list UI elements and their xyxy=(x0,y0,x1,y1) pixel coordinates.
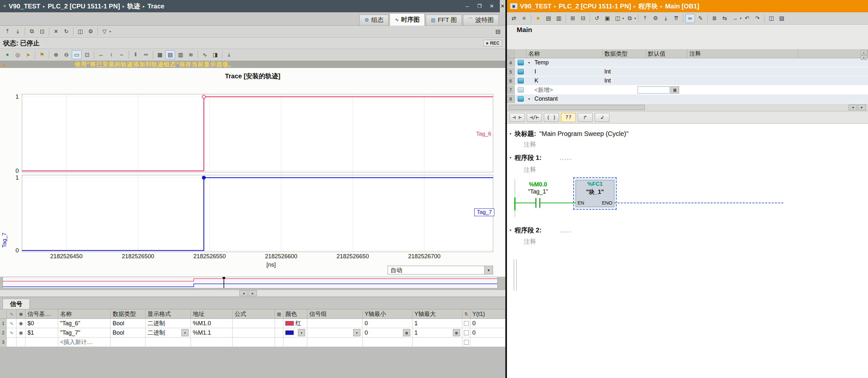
color-swatch[interactable] xyxy=(285,330,294,335)
nc-contact-icon[interactable]: ⊣/⊢ xyxy=(527,113,542,122)
interface-row-add-new[interactable]: 7 <新增> ▦ xyxy=(507,85,868,94)
next-jump-icon[interactable]: ↷ xyxy=(752,14,762,23)
variable-name[interactable]: K xyxy=(534,77,538,84)
deactivate-trace-icon[interactable]: ◎ xyxy=(13,50,23,59)
header-y-t1[interactable]: Y(t1) xyxy=(470,310,505,318)
cell-default[interactable] xyxy=(646,94,687,103)
color-swatch[interactable] xyxy=(285,321,294,326)
interface-row-temp[interactable]: 4 ▾ Temp xyxy=(507,58,868,67)
snapshot-values-icon-caret[interactable]: ▾ xyxy=(622,17,624,20)
tab-configuration[interactable]: ⚙ 组态 xyxy=(360,14,389,25)
cell-comment[interactable] xyxy=(687,67,798,76)
cell-display-format[interactable]: 二进制 xyxy=(146,319,191,328)
block-comment[interactable]: 注释 xyxy=(524,141,536,149)
trace-plot[interactable]: 2182526450218252650021825265502182526600… xyxy=(0,68,505,275)
header-color[interactable]: 颜色 xyxy=(283,310,307,318)
variable-name[interactable]: Constant xyxy=(534,95,558,102)
overlay-curves-icon[interactable]: ▥ xyxy=(176,50,185,59)
network-2-comment[interactable]: 注释 xyxy=(524,237,536,246)
create-report-icon[interactable]: ▤ xyxy=(493,27,503,36)
paste-measurement-icon[interactable]: ⊡ xyxy=(37,27,47,36)
cell-datatype[interactable]: Bool xyxy=(111,328,146,337)
compile-icon[interactable]: ⚙ xyxy=(651,14,660,23)
cell-address[interactable]: %M1.0 xyxy=(191,319,232,328)
header-formula[interactable]: 公式 xyxy=(232,310,275,318)
network-2-title-placeholder[interactable]: ..... xyxy=(560,227,572,234)
absolute-symbolic-toggle-icon[interactable]: ⇄ xyxy=(509,14,519,23)
trace-window-titlebar[interactable]: ⌖ V90_TEST ▸ PLC_2 [CPU 1511-1 PN] ▸ 轨迹 … xyxy=(0,0,500,12)
breadcrumb-program-blocks[interactable]: 程序块 xyxy=(638,2,658,11)
eno-pin[interactable]: ENO xyxy=(602,200,613,205)
overview-strip[interactable] xyxy=(3,277,498,288)
header-name[interactable]: 名称 xyxy=(58,310,111,318)
add-signal-cell[interactable]: <插入新计… xyxy=(58,338,111,347)
scroll-left-icon[interactable]: ◂ xyxy=(239,290,248,296)
cell-name[interactable]: "Tag_6" xyxy=(58,319,111,328)
lad-editor[interactable]: ▾ 块标题: "Main Program Sweep (Cycle)" 注释 ▾… xyxy=(507,124,868,378)
contact-icon[interactable] xyxy=(535,198,536,208)
previous-jump-icon[interactable]: ↶ xyxy=(742,14,752,23)
collapse-networks-icon[interactable]: ▥ xyxy=(554,14,564,23)
network-1-title-placeholder[interactable]: ..... xyxy=(560,154,572,162)
cell-signal-group[interactable]: ▾ xyxy=(307,328,363,337)
editor-options-icon[interactable]: ▨ xyxy=(777,14,786,23)
signal-curve-icon[interactable]: ∿ xyxy=(10,330,13,335)
cell-datatype[interactable] xyxy=(602,94,646,103)
cell-comment[interactable] xyxy=(687,94,798,103)
timebase-dropdown-icon[interactable]: ▼ xyxy=(484,266,493,274)
delete-network-icon[interactable]: ⊟ xyxy=(578,14,588,23)
breadcrumb-main-ob1[interactable]: Main [OB1] xyxy=(665,3,700,10)
trigger-settings-icon[interactable]: ⚑ xyxy=(37,50,47,59)
cell-default[interactable] xyxy=(646,58,687,67)
snapshot-display-icon[interactable]: ◫ xyxy=(75,27,85,36)
timebase-select[interactable]: 自动 ▼ xyxy=(388,266,493,274)
signal-group-dropdown-icon[interactable]: ▾ xyxy=(353,329,361,336)
cell-y-min[interactable]: 0 xyxy=(363,319,412,328)
header-datatype[interactable]: 数据类型 xyxy=(111,310,146,318)
tab-timing-diagram[interactable]: ∿ 时序图 xyxy=(390,13,425,26)
header-display-format[interactable]: 显示格式 xyxy=(146,310,191,318)
export-measurements-icon[interactable]: ⤒ xyxy=(3,27,12,36)
collapse-icon[interactable]: ▾ xyxy=(509,132,512,136)
cell-datatype[interactable]: Bool xyxy=(111,319,146,328)
overview-strip-chart[interactable] xyxy=(3,277,497,288)
header-address[interactable]: 地址 xyxy=(191,310,232,318)
cell-datatype[interactable] xyxy=(602,58,646,67)
breadcrumb-traces[interactable]: 轨迹 xyxy=(127,2,140,11)
bit-tracks-icon[interactable]: ≋ xyxy=(186,50,196,59)
fc-block[interactable]: %FC1 "块_1" EN ENO xyxy=(576,180,614,207)
go-to-icon-caret[interactable]: ▾ xyxy=(740,17,742,20)
close-branch-icon[interactable]: ↲ xyxy=(595,113,610,122)
favorites-toggle-icon[interactable]: ★ xyxy=(533,14,543,23)
signal-row-new[interactable]: 3 <插入新计… xyxy=(0,338,505,347)
scroll-top-icon[interactable]: ▲ xyxy=(2,62,7,67)
header-name[interactable]: 名称 xyxy=(526,49,602,58)
horizontal-cursors-icon[interactable]: ═ xyxy=(141,50,151,59)
breadcrumb-project[interactable]: V90_TEST xyxy=(9,3,40,10)
series-label-tag6[interactable]: Tag_6 xyxy=(476,131,491,137)
minimize-button[interactable]: ─ xyxy=(462,2,472,10)
header-y-min[interactable]: Y轴最小 xyxy=(363,310,412,318)
cell-comment[interactable] xyxy=(687,85,798,94)
restore-button[interactable]: ❐ xyxy=(474,2,484,10)
signal-row-tag6[interactable]: 1 ∿ ◉ $0 "Tag_6" Bool 二进制 %M1.0 红 0 1 0 xyxy=(0,319,505,328)
snapshot-values-icon[interactable]: ◫ xyxy=(613,14,622,23)
contact-tag[interactable]: "Tag_1" xyxy=(522,188,554,195)
series-label-tag7[interactable]: Tag_7 xyxy=(474,208,494,216)
cell-address[interactable]: %M1.1 xyxy=(191,328,232,337)
download-icon[interactable]: ⤓ xyxy=(661,14,671,23)
signal-curve-icon[interactable]: ∿ xyxy=(10,321,13,326)
scroll-up-icon[interactable]: ▴ xyxy=(861,50,867,55)
add-new-variable[interactable]: <新增> xyxy=(534,86,553,94)
no-contact-icon[interactable]: ⊣ ⊢ xyxy=(509,113,525,122)
program-window-titlebar[interactable]: ▣ V90_TEST ▸ PLC_2 [CPU 1511-1 PN] ▸ 程序块… xyxy=(507,0,868,12)
cell-name[interactable]: "Tag_7" xyxy=(58,328,111,337)
keep-actual-values-icon[interactable]: ▣ xyxy=(602,14,612,23)
expand-networks-icon[interactable]: ▤ xyxy=(544,14,553,23)
vertical-cursors-icon[interactable]: ‖ xyxy=(131,50,141,59)
header-datatype[interactable]: 数据类型 xyxy=(602,49,646,58)
datatype-picker-icon[interactable]: ▦ xyxy=(671,86,679,93)
call-structure-icon[interactable]: ≣ xyxy=(710,14,719,23)
cell-default[interactable] xyxy=(646,67,687,76)
activate-trace-icon[interactable]: ● xyxy=(3,50,12,59)
